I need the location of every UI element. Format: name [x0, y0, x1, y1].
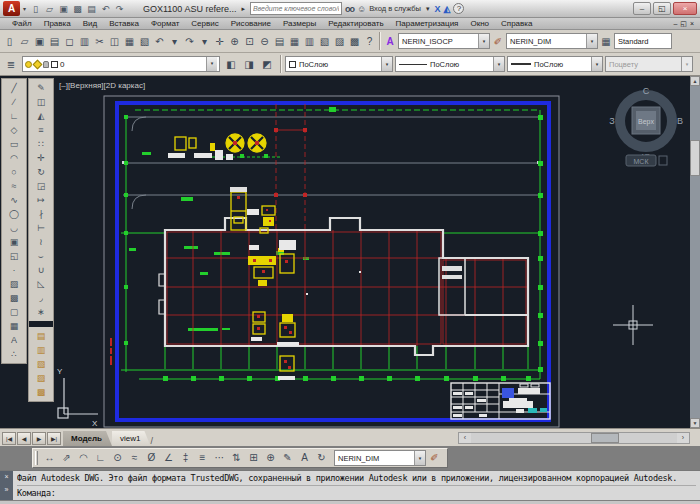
ellipse-icon[interactable]: ◯ — [3, 207, 25, 221]
dim-aligned-icon[interactable]: ⇗ — [58, 450, 75, 466]
chevron-down-icon[interactable]: ▾ — [414, 451, 425, 465]
tab-next-button[interactable]: ▶ — [32, 432, 46, 445]
save-icon[interactable]: ▣ — [32, 33, 47, 50]
dim-angular-icon[interactable]: ∠ — [160, 450, 177, 466]
table-icon[interactable]: ▦ — [3, 319, 25, 333]
color-combo[interactable]: ПоСлою ▾ — [285, 56, 393, 72]
point-icon[interactable]: · — [3, 263, 25, 277]
dim-style-combo-bottom[interactable]: NERIN_DIM ▾ — [334, 450, 426, 466]
new-icon[interactable]: ▯ — [2, 33, 17, 50]
menu-item[interactable]: Справка — [495, 18, 538, 30]
autocad-logo-icon[interactable]: A — [3, 1, 20, 16]
chevron-down-icon[interactable]: ▾ — [586, 34, 597, 48]
paste-icon[interactable]: ▦ — [122, 33, 137, 50]
array-icon[interactable]: ∷ — [30, 137, 52, 151]
draworder-above-icon[interactable]: ▧ — [30, 357, 52, 371]
text-style-combo[interactable]: NERIN_ISOCP ▾ — [398, 33, 490, 49]
menu-item[interactable]: Правка — [38, 18, 77, 30]
command-prompt[interactable]: Команда: — [17, 485, 696, 498]
layer-thaw-icon[interactable] — [33, 59, 43, 69]
help-icon[interactable]: ? — [362, 33, 377, 50]
model-canvas[interactable]: Y X С Ю З В Верх МСК — [54, 76, 690, 428]
redo-dropdown-icon[interactable]: ▾ — [197, 33, 212, 50]
chamfer-icon[interactable]: ◺ — [30, 277, 52, 291]
erase-icon[interactable]: ✎ — [30, 81, 52, 95]
vertical-scrollbar[interactable]: ▲ ▼ — [690, 76, 700, 428]
linetype-combo[interactable]: ПоСлою ▾ — [395, 56, 505, 72]
table-style-combo[interactable]: Standard — [614, 33, 672, 49]
polygon-icon[interactable]: ◇ — [3, 123, 25, 137]
close-button[interactable]: × — [673, 2, 697, 15]
dim-edit-icon[interactable]: ✎ — [279, 450, 296, 466]
menu-item[interactable]: Сервис — [185, 18, 224, 30]
chevron-down-icon[interactable]: ▾ — [493, 57, 504, 71]
fillet-icon[interactable]: ◞ — [30, 291, 52, 305]
dim-radius-icon[interactable]: ⊙ — [109, 450, 126, 466]
plot-icon[interactable]: ▤ — [85, 2, 98, 16]
scroll-left-icon[interactable]: ‹ — [459, 433, 471, 443]
horizontal-scroll-thumb[interactable] — [591, 433, 619, 443]
doc-minimize-button[interactable]: – — [673, 20, 677, 28]
chevron-down-icon[interactable]: ▾ — [478, 34, 489, 48]
zoom-previous-icon[interactable]: ⊖ — [257, 33, 272, 50]
dim-style-icon[interactable]: ✐ — [426, 450, 443, 466]
dim-linear-icon[interactable]: ↔ — [41, 450, 58, 466]
layer-previous-icon[interactable]: ◩ — [258, 56, 276, 73]
undo-icon[interactable]: ↶ — [152, 33, 167, 50]
region-icon[interactable]: ▢ — [3, 305, 25, 319]
vertical-scroll-thumb[interactable] — [690, 140, 700, 176]
command-expand-icon[interactable]: » — [5, 486, 9, 493]
doc-close-button[interactable]: × — [690, 20, 694, 28]
undo-qa-icon[interactable]: ↶ — [99, 2, 112, 16]
scroll-down-icon[interactable]: ▼ — [690, 418, 700, 428]
join-icon[interactable]: ∪ — [30, 263, 52, 277]
center-mark-icon[interactable]: ⊕ — [262, 450, 279, 466]
line-icon[interactable]: ╱ — [3, 81, 25, 95]
dim-ordinate-icon[interactable]: ∟ — [92, 450, 109, 466]
copy-icon[interactable]: ◫ — [107, 33, 122, 50]
new-file-icon[interactable]: ▯ — [29, 2, 42, 16]
dim-continue-icon[interactable]: ⋯ — [211, 450, 228, 466]
make-layer-current-icon[interactable]: ◧ — [222, 56, 240, 73]
match-properties-icon[interactable]: ▧ — [137, 33, 152, 50]
scroll-right-icon[interactable]: › — [677, 433, 689, 443]
signin-link[interactable]: Вход в службы — [369, 4, 421, 13]
title-caret-icon[interactable]: ▸ — [241, 5, 245, 13]
save-as-icon[interactable]: ▩ — [71, 2, 84, 16]
layer-lock-icon[interactable] — [43, 61, 49, 68]
publish-icon[interactable]: ▥ — [77, 33, 92, 50]
tool-palettes-icon[interactable]: ▥ — [302, 33, 317, 50]
draworder-front-icon[interactable]: ▤ — [30, 329, 52, 343]
copy-object-icon[interactable]: ◫ — [30, 95, 52, 109]
exchange-icon[interactable]: X — [435, 4, 441, 14]
scroll-up-icon[interactable]: ▲ — [690, 76, 700, 86]
open-file-icon[interactable]: ▱ — [43, 2, 56, 16]
viewport-label[interactable]: [–][Верхняя][2D каркас] — [59, 81, 145, 90]
table-style-icon[interactable]: ▦ — [598, 33, 614, 50]
save-icon[interactable]: ▣ — [57, 2, 70, 16]
offset-icon[interactable]: ≡ — [30, 123, 52, 137]
tab-prev-button[interactable]: ◀ — [17, 432, 31, 445]
tab-last-button[interactable]: ▶| — [47, 432, 61, 445]
rotate-icon[interactable]: ↻ — [30, 165, 52, 179]
menu-item[interactable]: Файл — [6, 18, 38, 30]
trim-icon[interactable]: ∤ — [30, 207, 52, 221]
plot-icon[interactable]: ▤ — [47, 33, 62, 50]
zoom-realtime-icon[interactable]: ⊕ — [227, 33, 242, 50]
menu-item[interactable]: Вид — [77, 18, 103, 30]
signin-caret-icon[interactable]: ▾ — [426, 5, 430, 13]
markup-icon[interactable]: ▨ — [332, 33, 347, 50]
polyline-icon[interactable]: ∟ — [3, 109, 25, 123]
dim-space-icon[interactable]: ⇅ — [228, 450, 245, 466]
gradient-icon[interactable]: ▩ — [3, 291, 25, 305]
dim-baseline-icon[interactable]: ≡ — [194, 450, 211, 466]
quick-dim-icon[interactable]: ‡ — [177, 450, 194, 466]
layer-states-icon[interactable]: ◨ — [240, 56, 258, 73]
search-input[interactable] — [250, 2, 342, 15]
dim-arclength-icon[interactable]: ◠ — [75, 450, 92, 466]
draworder-below-icon[interactable]: ▨ — [30, 371, 52, 385]
minimize-button[interactable]: – — [633, 2, 651, 15]
stretch-icon[interactable]: ↦ — [30, 193, 52, 207]
mtext-icon[interactable]: A — [3, 333, 25, 347]
menu-item[interactable]: Окно — [464, 18, 495, 30]
